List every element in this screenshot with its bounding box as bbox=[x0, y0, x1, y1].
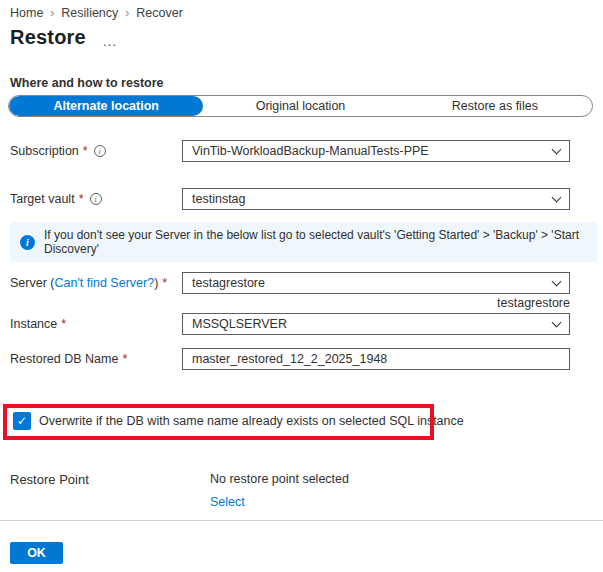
info-tooltip-icon[interactable]: i bbox=[90, 193, 102, 205]
breadcrumb: Home › Resiliency › Recover bbox=[10, 6, 183, 20]
required-marker: * bbox=[83, 144, 88, 158]
tab-original-location[interactable]: Original location bbox=[203, 96, 397, 116]
restore-point-label: Restore Point bbox=[10, 472, 89, 487]
restore-location-tabbar: Alternate location Original location Res… bbox=[8, 95, 593, 117]
server-helper-text: testagrestore bbox=[182, 296, 570, 310]
chevron-down-icon bbox=[552, 277, 562, 287]
chevron-down-icon bbox=[552, 193, 562, 203]
required-marker: * bbox=[61, 317, 66, 331]
page-title: Restore bbox=[10, 26, 86, 49]
target-vault-label: Target vault * i bbox=[10, 188, 102, 210]
footer-divider bbox=[0, 520, 603, 521]
breadcrumb-separator: › bbox=[118, 6, 136, 20]
instance-dropdown[interactable]: MSSQLSERVER bbox=[182, 313, 570, 335]
cant-find-server-link[interactable]: Can't find Server? bbox=[54, 276, 154, 290]
more-options-icon[interactable]: … bbox=[102, 32, 118, 49]
restored-db-name-label: Restored DB Name * bbox=[10, 348, 127, 370]
breadcrumb-recover[interactable]: Recover bbox=[136, 6, 183, 20]
discovery-info-banner: i If you don't see your Server in the be… bbox=[10, 222, 597, 262]
subscription-value: VinTib-WorkloadBackup-ManualTests-PPE bbox=[192, 144, 553, 158]
info-tooltip-icon[interactable]: i bbox=[94, 145, 106, 157]
target-vault-dropdown[interactable]: testinstag bbox=[182, 188, 570, 210]
restored-db-name-field-wrap bbox=[182, 348, 570, 370]
tab-restore-as-files[interactable]: Restore as files bbox=[398, 96, 592, 116]
server-label: Server (Can't find Server?) * bbox=[10, 272, 167, 294]
info-icon: i bbox=[20, 235, 35, 250]
instance-value: MSSQLSERVER bbox=[192, 317, 553, 331]
ok-button[interactable]: OK bbox=[10, 542, 63, 564]
chevron-down-icon bbox=[552, 318, 562, 328]
server-value: testagrestore bbox=[192, 276, 553, 290]
required-marker: * bbox=[79, 192, 84, 206]
subscription-dropdown[interactable]: VinTib-WorkloadBackup-ManualTests-PPE bbox=[182, 140, 570, 162]
overwrite-checkbox-label: Overwrite if the DB with same name alrea… bbox=[39, 414, 464, 428]
title-row: Restore … bbox=[10, 26, 118, 49]
overwrite-checkbox-row[interactable]: ✓ Overwrite if the DB with same name alr… bbox=[13, 412, 464, 430]
section-heading: Where and how to restore bbox=[10, 76, 164, 90]
target-vault-value: testinstag bbox=[192, 192, 553, 206]
required-marker: * bbox=[162, 276, 167, 290]
breadcrumb-separator: › bbox=[43, 6, 61, 20]
instance-label: Instance * bbox=[10, 313, 66, 335]
restored-db-name-input[interactable] bbox=[182, 348, 570, 370]
chevron-down-icon bbox=[552, 145, 562, 155]
banner-text: If you don't see your Server in the belo… bbox=[44, 228, 587, 256]
server-dropdown[interactable]: testagrestore bbox=[182, 272, 570, 294]
required-marker: * bbox=[122, 352, 127, 366]
tab-alternate-location[interactable]: Alternate location bbox=[9, 96, 203, 116]
breadcrumb-home[interactable]: Home bbox=[10, 6, 43, 20]
restore-point-status: No restore point selected bbox=[210, 472, 349, 486]
restore-point-select-link[interactable]: Select bbox=[210, 495, 245, 509]
subscription-label: Subscription * i bbox=[10, 140, 106, 162]
breadcrumb-resiliency[interactable]: Resiliency bbox=[61, 6, 118, 20]
overwrite-checkbox[interactable]: ✓ bbox=[13, 412, 31, 430]
